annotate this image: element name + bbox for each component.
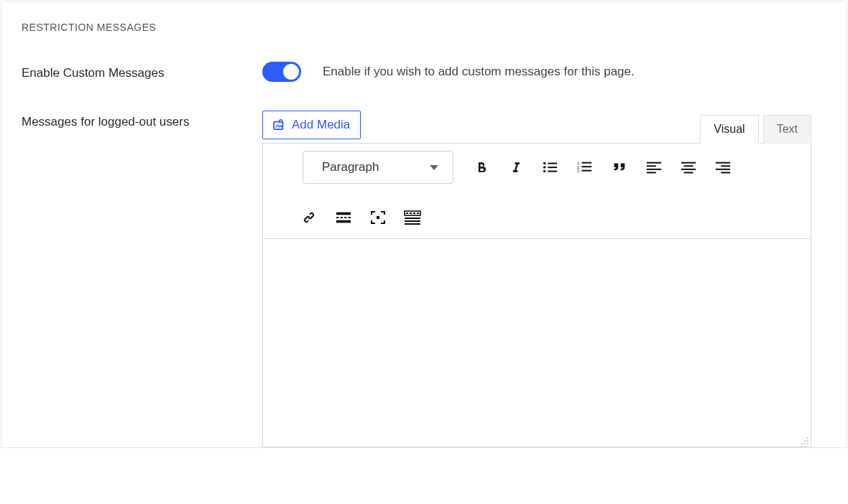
svg-rect-19 [681, 162, 696, 164]
italic-button[interactable] [502, 154, 530, 181]
svg-rect-41 [405, 223, 420, 225]
svg-rect-26 [721, 172, 730, 173]
align-left-button[interactable] [640, 154, 668, 181]
numbered-list-button[interactable]: 1 2 3 [571, 154, 599, 181]
svg-rect-2 [280, 121, 282, 122]
svg-rect-33 [377, 216, 379, 219]
svg-rect-39 [405, 218, 420, 219]
svg-rect-6 [548, 167, 557, 168]
svg-point-7 [543, 170, 546, 173]
svg-rect-10 [581, 162, 591, 164]
svg-rect-23 [716, 162, 730, 164]
editor-textarea[interactable] [263, 239, 811, 447]
format-select-label: Paragraph [322, 160, 379, 174]
svg-rect-18 [647, 172, 656, 173]
enable-custom-description: Enable if you wish to add custom message… [323, 65, 635, 79]
svg-rect-21 [681, 169, 696, 170]
svg-rect-30 [344, 217, 347, 218]
editor-content-area[interactable] [262, 239, 811, 447]
logged-out-label: Messages for logged-out users [22, 111, 262, 129]
svg-rect-24 [721, 165, 730, 167]
enable-custom-toggle[interactable] [262, 62, 301, 82]
svg-rect-32 [336, 220, 351, 223]
svg-rect-8 [548, 171, 557, 172]
restriction-messages-panel: RESTRICTION MESSAGES Enable Custom Messa… [1, 1, 847, 448]
read-more-button[interactable] [330, 204, 357, 231]
tab-visual[interactable]: Visual [700, 115, 758, 144]
section-title: RESTRICTION MESSAGES [22, 22, 826, 33]
svg-rect-35 [406, 213, 408, 214]
svg-rect-31 [348, 217, 351, 218]
editor-tabs: Visual Text [700, 115, 811, 144]
svg-rect-15 [647, 162, 661, 164]
media-icon [273, 119, 286, 131]
svg-point-5 [543, 166, 546, 169]
svg-rect-17 [647, 169, 661, 170]
bold-button[interactable] [468, 154, 495, 181]
blockquote-button[interactable] [606, 154, 633, 181]
svg-rect-40 [405, 220, 420, 222]
svg-rect-12 [581, 166, 591, 167]
enable-custom-row: Enable Custom Messages Enable if you wis… [22, 62, 826, 82]
svg-rect-22 [684, 172, 693, 173]
toolbar-toggle-button[interactable] [399, 204, 426, 231]
logged-out-row: Messages for logged-out users Add Media [22, 111, 826, 447]
svg-rect-25 [716, 169, 730, 170]
svg-point-3 [543, 162, 546, 165]
svg-rect-4 [548, 163, 557, 164]
svg-rect-16 [647, 165, 656, 167]
toggle-knob [283, 64, 299, 80]
chevron-down-icon [430, 165, 438, 170]
link-button[interactable] [295, 204, 323, 231]
format-select[interactable]: Paragraph [303, 151, 453, 184]
svg-rect-27 [336, 213, 351, 215]
bullet-list-button[interactable] [537, 154, 564, 181]
svg-rect-14 [581, 170, 591, 172]
svg-rect-36 [410, 213, 412, 214]
tab-text[interactable]: Text [763, 115, 811, 144]
svg-text:3: 3 [577, 169, 579, 173]
svg-rect-20 [684, 165, 693, 167]
svg-rect-28 [336, 217, 339, 218]
add-media-label: Add Media [292, 118, 350, 132]
svg-rect-37 [413, 213, 415, 214]
align-center-button[interactable] [675, 154, 702, 181]
align-right-button[interactable] [709, 154, 737, 181]
editor: Add Media Visual Text Paragraph [262, 111, 811, 447]
fullscreen-button[interactable] [364, 204, 392, 231]
add-media-button[interactable]: Add Media [262, 111, 361, 139]
svg-rect-38 [417, 213, 419, 214]
editor-toolbar: Paragraph [262, 143, 811, 239]
svg-rect-29 [340, 217, 343, 218]
enable-custom-label: Enable Custom Messages [22, 62, 262, 80]
